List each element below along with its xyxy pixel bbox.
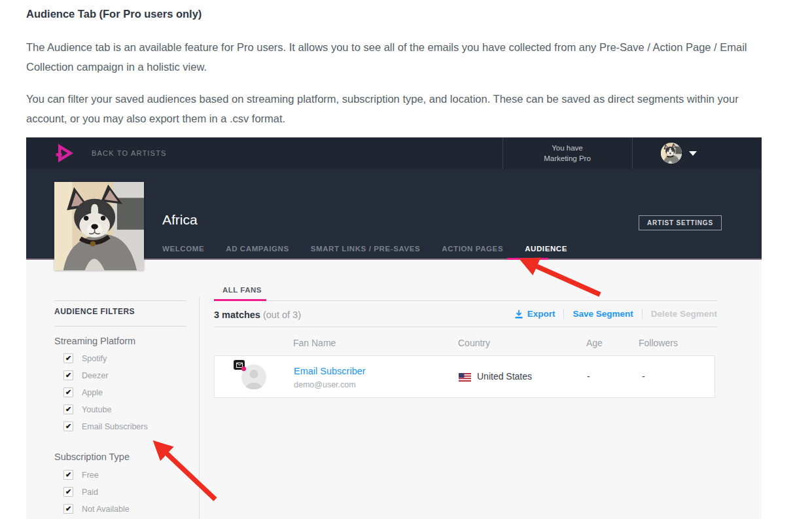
filter-group-streaming-platform: Streaming Platform: [54, 336, 135, 346]
filter-checkbox-youtube[interactable]: Youtube: [63, 404, 148, 414]
fan-country: United States: [477, 371, 532, 382]
active-tab-underline: [507, 258, 548, 260]
tab-all-fans[interactable]: ALL FANS: [222, 286, 262, 294]
filter-checkbox-not-available[interactable]: Not Available: [63, 504, 130, 514]
us-flag-icon: [459, 372, 471, 381]
save-segment-button[interactable]: Save Segment: [573, 309, 633, 319]
checkbox-checked-icon[interactable]: [63, 404, 73, 414]
kb-article: Audience Tab (For Pro users only) The Au…: [26, 0, 766, 128]
sidebar-divider: [54, 326, 186, 327]
fan-followers: -: [642, 371, 645, 382]
app-topbar: BACK TO ARTISTS You have Marketing Pro: [26, 137, 762, 169]
app-screenshot: BACK TO ARTISTS You have Marketing Pro A…: [26, 137, 762, 519]
filter-checkbox-apple[interactable]: Apple: [63, 387, 148, 397]
checkbox-checked-icon[interactable]: [63, 421, 73, 431]
checkbox-checked-icon[interactable]: [63, 370, 73, 380]
column-header-fan-name: Fan Name: [293, 338, 336, 348]
filter-group-subscription-type: Subscription Type: [54, 452, 130, 462]
streaming-platform-options: Spotify Deezer Apple Youtube Email Subsc…: [63, 353, 148, 431]
checkbox-checked-icon[interactable]: [63, 470, 73, 480]
featurefm-logo-icon[interactable]: [54, 143, 75, 164]
plan-indicator: You have Marketing Pro: [503, 143, 632, 164]
artist-name: Africa: [162, 212, 198, 228]
matches-summary: 3 matches (out of 3): [214, 310, 301, 320]
action-separator: [642, 309, 643, 319]
matches-note: (out of 3): [263, 310, 301, 320]
filter-checkbox-deezer[interactable]: Deezer: [63, 370, 148, 380]
artist-nav-tabs: WELCOME AD CAMPAIGNS SMART LINKS / PRE-S…: [162, 245, 567, 253]
checkbox-checked-icon[interactable]: [63, 387, 73, 397]
article-paragraph-1: The Audience tab is an available feature…: [26, 37, 766, 77]
delete-segment-button[interactable]: Delete Segment: [651, 309, 717, 319]
panel-divider: [214, 300, 717, 301]
panel-divider: [214, 327, 717, 327]
column-header-followers: Followers: [639, 338, 678, 348]
matches-count: 3 matches: [214, 310, 260, 320]
checkbox-checked-icon[interactable]: [63, 353, 73, 363]
user-avatar[interactable]: [661, 143, 682, 164]
fan-email: demo@user.com: [294, 380, 356, 389]
action-separator: [563, 309, 564, 319]
all-fans-tab-underline: [214, 299, 266, 301]
sidebar-title: AUDIENCE FILTERS: [54, 307, 135, 316]
filter-checkbox-email-subscribers[interactable]: Email Subscribers: [63, 421, 148, 431]
checkbox-checked-icon[interactable]: [63, 504, 73, 514]
badge-status-dot: [241, 367, 246, 371]
column-header-age: Age: [586, 338, 603, 348]
subscription-type-options: Free Paid Not Available: [63, 470, 130, 514]
segment-actions: Export Save Segment Delete Segment: [514, 309, 717, 319]
sidebar-content-divider: [199, 297, 200, 519]
tab-ad-campaigns[interactable]: AD CAMPAIGNS: [226, 245, 289, 253]
fan-age: -: [587, 371, 590, 382]
column-header-country: Country: [458, 338, 490, 348]
email-subscriber-badge-icon: [234, 360, 245, 370]
download-icon: [514, 310, 523, 319]
sidebar-divider: [54, 300, 186, 301]
artist-photo: [54, 182, 144, 270]
article-heading: Audience Tab (For Pro users only): [26, 8, 766, 20]
tab-smart-links-pre-saves[interactable]: SMART LINKS / PRE-SAVES: [311, 245, 421, 253]
artist-settings-button[interactable]: ARTIST SETTINGS: [639, 215, 722, 230]
filter-checkbox-free[interactable]: Free: [63, 470, 130, 480]
article-paragraph-2: You can filter your saved audiences base…: [26, 89, 766, 128]
back-to-artists-link[interactable]: BACK TO ARTISTS: [92, 137, 167, 169]
tab-action-pages[interactable]: ACTION PAGES: [442, 245, 503, 253]
checkbox-checked-icon[interactable]: [63, 487, 73, 497]
arrow-to-email-subscribers-filter: [156, 444, 215, 499]
tab-audience[interactable]: AUDIENCE: [525, 245, 567, 253]
arrow-to-audience-tab: [523, 260, 600, 295]
plan-line-1: You have: [503, 143, 632, 153]
fan-row: Email Subscriber demo@user.com United St…: [214, 355, 715, 398]
fan-name-link[interactable]: Email Subscriber: [294, 366, 366, 376]
filter-checkbox-spotify[interactable]: Spotify: [63, 353, 148, 363]
topbar-divider: [632, 137, 633, 169]
plan-line-2: Marketing Pro: [503, 153, 632, 164]
filter-checkbox-paid[interactable]: Paid: [63, 487, 130, 497]
tab-welcome[interactable]: WELCOME: [162, 245, 204, 253]
export-button[interactable]: Export: [514, 309, 556, 319]
account-menu-caret-icon[interactable]: [689, 151, 697, 156]
